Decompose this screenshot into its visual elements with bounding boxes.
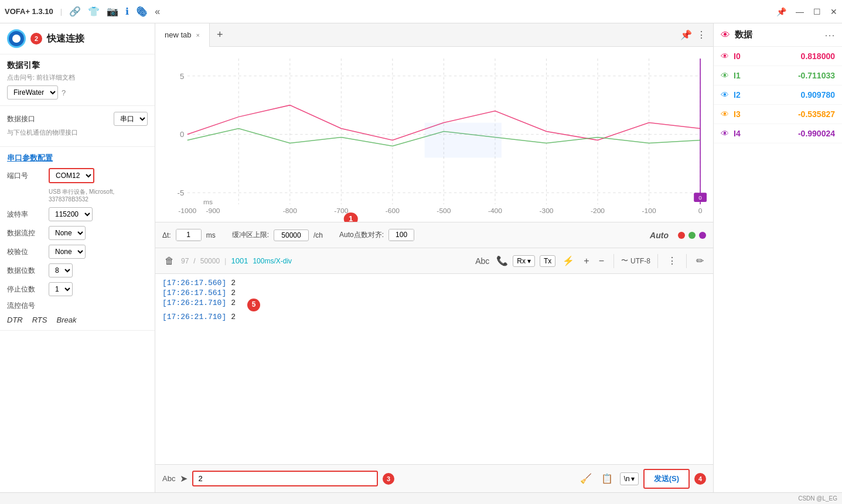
clipboard-icon[interactable]: 📋 bbox=[599, 471, 615, 486]
baud-select[interactable]: 115200 bbox=[49, 207, 93, 221]
log-time-3: [17:26:21.710] bbox=[162, 299, 226, 311]
dot-green[interactable] bbox=[688, 232, 696, 239]
tx-button[interactable]: Tx bbox=[540, 255, 555, 267]
delta-t-spinbox[interactable]: 1 bbox=[176, 229, 202, 241]
tab-actions: 📌 ⋮ bbox=[680, 29, 713, 40]
log-time-1: [17:26:17.560] bbox=[162, 279, 226, 287]
eye-i3[interactable]: 👁 bbox=[721, 109, 729, 119]
pin-icon[interactable]: 📌 bbox=[776, 7, 786, 16]
log-val-2: 2 bbox=[231, 289, 236, 297]
flow-select[interactable]: None bbox=[49, 226, 86, 240]
buffer-unit: /ch bbox=[313, 231, 323, 239]
sidebar: 2 快速连接 数据引擎 点击问号: 前往详细文档 FireWater ? 数据接… bbox=[0, 23, 155, 492]
auto-points-spinbox[interactable]: 100 bbox=[388, 229, 414, 241]
shirt-icon[interactable]: 👕 bbox=[88, 6, 100, 17]
app-brand: VOFA+ 1.3.10 bbox=[5, 7, 53, 16]
log-val-1: 2 bbox=[231, 279, 236, 287]
engine-help-icon[interactable]: ? bbox=[62, 88, 66, 97]
minimize-icon[interactable]: — bbox=[796, 7, 804, 16]
connection-status-icon[interactable] bbox=[7, 29, 26, 48]
format-abc: Abc bbox=[475, 256, 489, 266]
link-icon[interactable]: 🔗 bbox=[69, 6, 81, 17]
send-input[interactable] bbox=[192, 471, 378, 486]
databits-select[interactable]: 8 bbox=[49, 263, 73, 277]
back-icon[interactable]: « bbox=[155, 6, 160, 17]
send-abc-label: Abc bbox=[162, 474, 175, 483]
send-button[interactable]: 发送(S) bbox=[643, 469, 690, 489]
encode-button[interactable]: 〜 UTF-8 bbox=[621, 256, 650, 266]
stats-total: 50000 bbox=[200, 257, 220, 265]
log-line-4: [17:26:21.710] 2 bbox=[162, 313, 706, 321]
svg-text:-400: -400 bbox=[488, 208, 502, 214]
monitor-toolbar: 🗑 97 / 50000 | 1001 100ms/X-div Abc 📞 Rx… bbox=[155, 248, 713, 274]
right-panel: 👁 数据 ⋯ 👁 I0 0.818000 👁 I1 -0.711033 👁 I2… bbox=[713, 23, 842, 492]
stopbits-select[interactable]: 1 bbox=[49, 282, 73, 296]
newline-select[interactable]: \n ▾ bbox=[620, 472, 639, 485]
svg-text:0: 0 bbox=[698, 195, 701, 201]
more-options-icon[interactable]: ⋮ bbox=[665, 253, 679, 269]
dtr-toggle[interactable]: DTR bbox=[7, 316, 23, 324]
rts-toggle[interactable]: RTS bbox=[32, 316, 47, 324]
bottom-text: CSDN @L_EG bbox=[798, 495, 837, 502]
tab-more-icon[interactable]: ⋮ bbox=[697, 29, 706, 40]
svg-text:-900: -900 bbox=[206, 208, 220, 214]
interface-label: 数据接口 bbox=[7, 114, 35, 124]
svg-text:-800: -800 bbox=[283, 208, 297, 214]
svg-text:-1000: -1000 bbox=[178, 208, 196, 214]
svg-rect-32 bbox=[425, 123, 502, 158]
titlebar-icons: 🔗 👕 📷 ℹ 🫆 « bbox=[69, 6, 160, 17]
rx-button[interactable]: Rx ▾ bbox=[513, 255, 535, 267]
tab-close-icon[interactable]: × bbox=[196, 32, 200, 39]
fingerprint-icon[interactable]: 🫆 bbox=[136, 6, 148, 17]
minus-icon[interactable]: − bbox=[596, 253, 606, 269]
eye-i1[interactable]: 👁 bbox=[721, 71, 729, 80]
trash-icon[interactable]: 🗑 bbox=[162, 253, 176, 269]
log-line-3: [17:26:21.710] 2 5 bbox=[162, 299, 706, 311]
channel-value-i4: -0.990024 bbox=[755, 129, 835, 138]
monitor-content: [17:26:17.560] 2 [17:26:17.561] 2 [17:26… bbox=[155, 274, 713, 464]
channel-row-i4: 👁 I4 -0.990024 bbox=[714, 124, 842, 143]
engine-dropdown[interactable]: FireWater bbox=[7, 85, 58, 100]
eye-i2[interactable]: 👁 bbox=[721, 90, 729, 100]
channel-value-i2: 0.909780 bbox=[755, 90, 835, 100]
eye-i0[interactable]: 👁 bbox=[721, 52, 729, 61]
channel-row-i2: 👁 I2 0.909780 bbox=[714, 85, 842, 105]
camera-icon[interactable]: 📷 bbox=[107, 6, 118, 17]
channel-row-i3: 👁 I3 -0.535827 bbox=[714, 105, 842, 124]
dot-red[interactable] bbox=[678, 232, 685, 239]
channel-label-i3: I3 bbox=[734, 109, 750, 119]
port-select[interactable]: COM12 bbox=[49, 168, 94, 183]
maximize-icon[interactable]: ☐ bbox=[813, 7, 821, 16]
pin-tab-icon[interactable]: 📌 bbox=[680, 29, 692, 40]
plus-icon[interactable]: + bbox=[581, 253, 591, 269]
clear-send-icon[interactable]: 🧹 bbox=[578, 471, 594, 486]
encode-label: UTF-8 bbox=[630, 257, 650, 265]
buffer-input[interactable] bbox=[274, 229, 309, 241]
delta-t-label: Δt: bbox=[162, 231, 171, 239]
eye-i4[interactable]: 👁 bbox=[721, 129, 729, 138]
color-dots bbox=[678, 232, 706, 239]
rp-more-icon[interactable]: ⋯ bbox=[824, 29, 835, 42]
tab-add-button[interactable]: + bbox=[210, 23, 230, 47]
channel-value-i0: 0.818000 bbox=[755, 52, 835, 61]
interface-select[interactable]: 串口 bbox=[114, 112, 148, 126]
annotation-3: 3 bbox=[383, 473, 394, 485]
dot-purple[interactable] bbox=[699, 232, 706, 239]
serial-config-section: 串口参数配置 端口号 COM12 USB 串行设备, Microsoft, 33… bbox=[0, 147, 155, 331]
log-line-1: [17:26:17.560] 2 bbox=[162, 279, 706, 287]
format-icon[interactable]: ⚡ bbox=[560, 253, 577, 269]
buffer-label: 缓冲区上限: bbox=[232, 230, 269, 240]
close-icon[interactable]: ✕ bbox=[830, 7, 837, 16]
annotation-5: 5 bbox=[247, 299, 260, 311]
parity-select[interactable]: None bbox=[49, 245, 86, 259]
engine-section: 数据引擎 点击问号: 前往详细文档 FireWater ? bbox=[0, 54, 155, 106]
break-toggle[interactable]: Break bbox=[56, 316, 76, 324]
svg-text:1: 1 bbox=[349, 215, 353, 222]
info-icon[interactable]: ℹ bbox=[125, 6, 129, 17]
engine-hint: 点击问号: 前往详细文档 bbox=[7, 73, 148, 82]
parity-label: 校验位 bbox=[7, 247, 45, 257]
log-time-2: [17:26:17.561] bbox=[162, 289, 226, 297]
eraser-icon[interactable]: ✏ bbox=[694, 253, 706, 269]
tab-newtab[interactable]: new tab × bbox=[155, 23, 210, 47]
send-arrow-icon[interactable]: ➤ bbox=[180, 473, 188, 484]
